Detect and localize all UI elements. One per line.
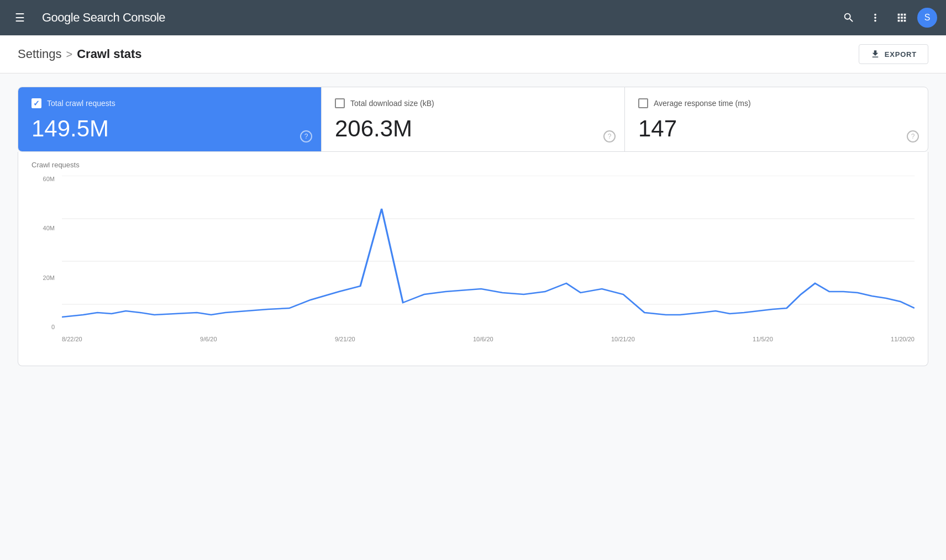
search-icon: [843, 12, 855, 24]
chart-container: Crawl requests 0 20M 40M 60M: [18, 152, 928, 366]
y-label-60m: 60M: [31, 176, 59, 182]
avatar-label: S: [924, 13, 931, 23]
hamburger-icon: ☰: [15, 12, 25, 23]
app-title: Google Search Console: [42, 10, 838, 25]
title-rest: Search Console: [80, 10, 165, 24]
export-label: EXPORT: [885, 50, 917, 59]
x-label-6: 11/20/20: [891, 336, 915, 342]
apps-button[interactable]: [891, 7, 913, 29]
avatar[interactable]: S: [917, 8, 937, 28]
stat-card-header-download: Total download size (kB): [335, 98, 611, 108]
export-button[interactable]: EXPORT: [859, 44, 928, 64]
stat-label-download: Total download size (kB): [350, 99, 434, 108]
y-axis: 0 20M 40M 60M: [31, 176, 59, 330]
chart-title: Crawl requests: [31, 161, 915, 169]
x-label-5: 11/5/20: [753, 336, 773, 342]
stats-container: ✓ Total crawl requests 149.5M ? Total do…: [18, 87, 928, 152]
checkmark-icon: ✓: [33, 99, 40, 107]
x-label-2: 9/21/20: [335, 336, 355, 342]
title-google: Google: [42, 10, 80, 24]
download-icon: [870, 49, 880, 59]
y-label-20m: 20M: [31, 274, 59, 281]
x-label-1: 9/6/20: [200, 336, 217, 342]
page-header: Settings > Crawl stats EXPORT: [0, 35, 946, 73]
stat-card-header-crawl: ✓ Total crawl requests: [31, 98, 308, 108]
header-actions: S: [838, 7, 937, 29]
apps-icon: [896, 12, 908, 24]
stat-checkbox-crawl: ✓: [31, 98, 41, 108]
chart-area: 0 20M 40M 60M 8/2: [31, 176, 915, 352]
stat-label-response: Average response time (ms): [654, 99, 751, 108]
chart-inner: [62, 176, 915, 330]
chart-svg: [62, 176, 915, 330]
breadcrumb-current: Crawl stats: [77, 47, 141, 61]
stat-card-header-response: Average response time (ms): [638, 98, 915, 108]
y-label-40m: 40M: [31, 225, 59, 231]
stat-card-download-size[interactable]: Total download size (kB) 206.3M ?: [322, 87, 625, 151]
stat-value-download: 206.3M: [335, 117, 611, 140]
x-label-3: 10/6/20: [473, 336, 493, 342]
breadcrumb: Settings > Crawl stats: [18, 47, 142, 61]
y-label-0: 0: [31, 324, 59, 330]
stat-card-crawl-requests[interactable]: ✓ Total crawl requests 149.5M ?: [18, 87, 322, 151]
stat-help-response[interactable]: ?: [907, 130, 919, 142]
x-axis: 8/22/20 9/6/20 9/21/20 10/6/20 10/21/20 …: [62, 336, 915, 352]
stat-value-crawl: 149.5M: [31, 117, 308, 140]
stat-help-download[interactable]: ?: [603, 130, 616, 142]
stat-checkbox-response: [638, 98, 648, 108]
more-options-button[interactable]: [864, 7, 886, 29]
search-button[interactable]: [838, 7, 860, 29]
main-content: ✓ Total crawl requests 149.5M ? Total do…: [0, 73, 946, 379]
stat-help-crawl[interactable]: ?: [300, 130, 312, 142]
menu-button[interactable]: ☰: [9, 7, 31, 29]
stat-checkbox-download: [335, 98, 345, 108]
stat-card-response-time[interactable]: Average response time (ms) 147 ?: [625, 87, 928, 151]
x-label-0: 8/22/20: [62, 336, 82, 342]
breadcrumb-settings-link[interactable]: Settings: [18, 47, 62, 61]
breadcrumb-separator: >: [66, 48, 73, 61]
stat-label-crawl: Total crawl requests: [47, 99, 115, 108]
x-label-4: 10/21/20: [611, 336, 635, 342]
more-vert-icon: [869, 12, 881, 24]
stat-value-response: 147: [638, 117, 915, 140]
app-header: ☰ Google Search Console S: [0, 0, 946, 35]
